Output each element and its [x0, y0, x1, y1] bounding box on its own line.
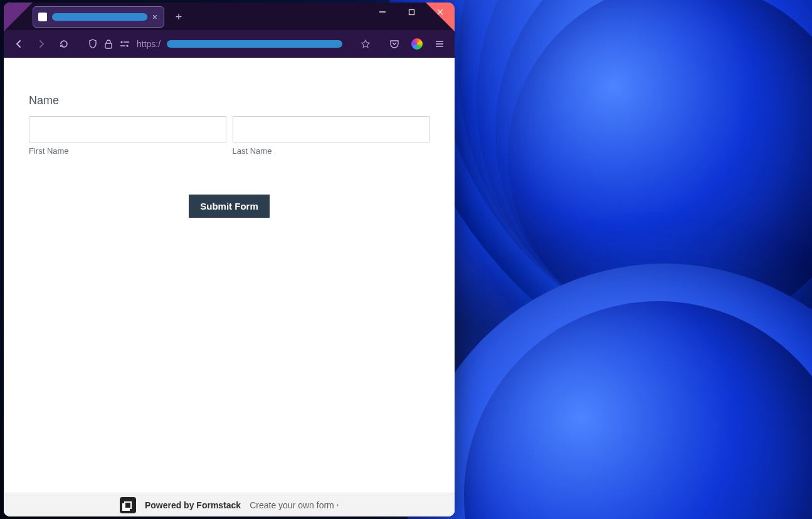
last-name-column: Last Name [233, 116, 430, 156]
page-content: Name First Name Last Name Submit Form Po… [4, 58, 455, 516]
tab-close-icon[interactable]: × [152, 12, 157, 22]
svg-point-5 [120, 41, 122, 43]
extensions-button[interactable] [407, 34, 427, 54]
svg-rect-1 [409, 9, 414, 14]
tab-favicon-icon [38, 13, 47, 21]
footer-create-link[interactable]: Create your own form › [250, 500, 339, 510]
formstack-logo-icon [120, 497, 136, 513]
browser-window: × + [4, 3, 455, 516]
tab-strip: × + [4, 3, 455, 30]
svg-point-7 [126, 45, 128, 46]
window-maximize-button[interactable] [397, 3, 426, 21]
name-row: First Name Last Name [29, 116, 430, 156]
url-scheme: https:/ [137, 39, 161, 49]
name-field-label: Name [29, 94, 430, 107]
lock-icon[interactable] [104, 39, 113, 49]
browser-toolbar: https:/ [4, 30, 455, 58]
browser-tab[interactable]: × [33, 6, 164, 28]
footer-bar: Powered by Formstack Create your own for… [4, 493, 455, 516]
footer-powered-by: Powered by Formstack [145, 500, 241, 510]
shield-icon[interactable] [88, 39, 98, 49]
window-controls [368, 3, 455, 30]
last-name-sublabel: Last Name [233, 146, 430, 156]
arrow-left-icon [14, 39, 24, 49]
chevron-right-icon: › [337, 501, 339, 508]
color-wheel-icon [411, 38, 423, 50]
submit-row: Submit Form [29, 195, 430, 218]
window-close-button[interactable] [426, 3, 455, 21]
maximize-icon [408, 9, 415, 16]
last-name-input[interactable] [233, 116, 430, 142]
close-icon [436, 8, 444, 16]
nav-forward-button[interactable] [31, 34, 51, 54]
first-name-input[interactable] [29, 116, 226, 142]
tab-title-redacted [52, 13, 147, 21]
arrow-right-icon [36, 39, 46, 49]
new-tab-button[interactable]: + [169, 8, 188, 26]
nav-reload-button[interactable] [54, 34, 74, 54]
permissions-icon[interactable] [119, 40, 130, 48]
window-minimize-button[interactable] [368, 3, 397, 21]
pocket-button[interactable] [384, 34, 404, 54]
form-container: Name First Name Last Name Submit Form [4, 58, 455, 218]
footer-create-link-label: Create your own form [250, 500, 334, 510]
minimize-icon [379, 8, 386, 16]
first-name-column: First Name [29, 116, 226, 156]
address-bar[interactable]: https:/ [83, 34, 376, 54]
first-name-sublabel: First Name [29, 146, 226, 156]
app-menu-button[interactable] [430, 34, 450, 54]
hamburger-icon [435, 39, 445, 49]
nav-back-button[interactable] [9, 34, 29, 54]
svg-rect-4 [105, 43, 112, 48]
pocket-icon [389, 39, 399, 49]
submit-form-button[interactable]: Submit Form [189, 195, 270, 218]
bookmark-star-icon[interactable] [361, 39, 371, 49]
url-redacted [167, 40, 342, 48]
reload-icon [59, 39, 69, 49]
